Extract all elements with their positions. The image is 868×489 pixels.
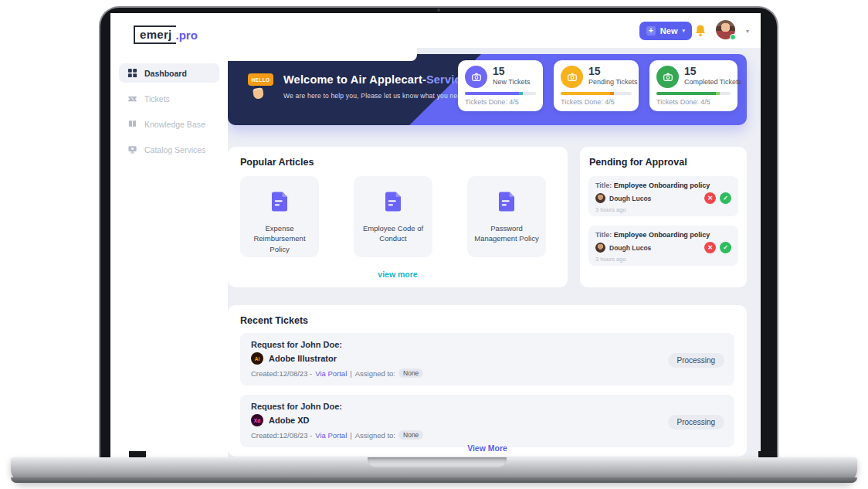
recent-tickets-panel: Recent Tickets Request for John Doe: Ai … xyxy=(228,305,747,457)
article-label: Employee Code of Conduct xyxy=(354,223,432,244)
ticket-row[interactable]: Request for John Doe: Xd Adobe XD Create… xyxy=(240,395,734,447)
logo-suffix: .pro xyxy=(176,29,198,42)
webcam-icon xyxy=(437,8,440,12)
progress-bar xyxy=(561,92,632,95)
ticket-app-name: Adobe Illustrator xyxy=(269,354,337,363)
view-more-articles-link[interactable]: view more xyxy=(228,270,568,279)
approve-button[interactable]: ✓ xyxy=(720,242,731,253)
approve-button[interactable]: ✓ xyxy=(720,192,731,204)
article-label: Password Management Policy xyxy=(467,223,546,244)
document-icon xyxy=(268,190,291,213)
laptop-base-edge xyxy=(11,477,857,483)
approval-title: Employee Onboarding policy xyxy=(614,231,710,239)
approval-timestamp: 3 hours ago xyxy=(595,206,731,213)
notification-bell-icon[interactable] xyxy=(694,24,707,37)
progress-bar xyxy=(465,92,536,95)
tickets-done-text: Tickets Done: 4/5 xyxy=(561,98,632,106)
article-card-expense-reimbursement[interactable]: Expense Reimbursement Policy xyxy=(240,176,319,257)
approval-timestamp: 3 hours ago xyxy=(595,256,731,263)
banner-title-prefix: Welcome to Air Applecart- xyxy=(283,73,426,86)
pending-approval-panel: Pending for Approval Title: Employee Onb… xyxy=(580,147,747,287)
chevron-down-icon: ▾ xyxy=(682,28,685,34)
separator: | xyxy=(350,431,351,440)
ticket-request: Request for John Doe: xyxy=(251,402,724,411)
title-label: Title: xyxy=(595,182,612,189)
view-more-tickets-link[interactable]: View More xyxy=(228,443,747,453)
stat-count: 15 xyxy=(588,66,638,77)
separator: | xyxy=(350,369,351,378)
title-label: Title: xyxy=(595,231,612,239)
sidebar-item-knowledge-base[interactable]: Knowledge Base xyxy=(119,114,219,134)
hello-hand-icon: HELLO xyxy=(248,73,277,106)
sidebar-item-label: Catalog Services xyxy=(144,145,205,155)
app-logo: emerj .pro xyxy=(134,25,198,44)
new-button[interactable]: + New ▾ xyxy=(639,22,692,40)
requester-name: Dough Lucos xyxy=(609,244,651,252)
laptop-screen: emerj .pro + New ▾ ▾ xyxy=(110,13,761,457)
assigned-label: Assigned to: xyxy=(355,431,395,440)
ticket-request: Request for John Doe: xyxy=(251,340,724,349)
laptop-mockup: emerj .pro + New ▾ ▾ xyxy=(0,0,868,489)
sidebar-item-label: Tickets xyxy=(144,94,170,104)
status-badge: Processing xyxy=(668,415,724,430)
progress-bar xyxy=(656,92,731,95)
hello-badge: HELLO xyxy=(248,73,273,86)
laptop-base xyxy=(11,457,857,483)
user-avatar[interactable] xyxy=(716,20,735,39)
tickets-done-text: Tickets Done: 4/5 xyxy=(465,98,536,106)
stat-label: New Tickets xyxy=(493,78,531,86)
tickets-done-text: Tickets Done: 4/5 xyxy=(656,98,731,106)
new-button-label: New xyxy=(660,26,678,36)
via-portal-link[interactable]: Via Portal xyxy=(315,431,347,440)
reject-button[interactable]: ✕ xyxy=(704,242,716,253)
ticket-app-name: Adobe XD xyxy=(269,416,310,425)
popular-articles-panel: Popular Articles Expense Reimbursement P… xyxy=(228,147,568,287)
online-status-dot xyxy=(730,34,736,40)
sidebar-item-tickets[interactable]: Tickets xyxy=(119,89,219,108)
via-portal-link[interactable]: Via Portal xyxy=(315,369,347,378)
stat-card-new-tickets: 15 New Tickets Tickets Done: 4/5 xyxy=(458,60,543,111)
sidebar-item-dashboard[interactable]: Dashboard xyxy=(119,63,219,83)
requester-name: Dough Lucos xyxy=(609,195,651,202)
document-icon xyxy=(495,190,518,213)
plus-icon: + xyxy=(646,26,656,36)
grid-icon xyxy=(127,68,137,78)
logo-text: emerj xyxy=(134,25,176,44)
profile-chevron-down-icon[interactable]: ▾ xyxy=(746,28,749,35)
stat-card-completed-tickets: 15 Completed Tickets Tickets Done: 4/5 xyxy=(649,60,737,111)
approval-item: Title: Employee Onboarding policy Dough … xyxy=(588,176,738,216)
stat-label: Pending Tickets xyxy=(588,78,638,86)
ticket-badge-icon xyxy=(465,66,487,88)
ticket-row[interactable]: Request for John Doe: Ai Adobe Illustrat… xyxy=(240,333,734,385)
requester-avatar xyxy=(595,193,605,203)
recent-tickets-title: Recent Tickets xyxy=(240,315,308,326)
requester-avatar xyxy=(595,243,605,253)
sidebar-item-label: Dashboard xyxy=(144,69,187,78)
app-header: emerj .pro + New ▾ ▾ xyxy=(110,13,761,48)
ticket-badge-icon xyxy=(656,66,679,88)
stat-count: 15 xyxy=(684,66,741,77)
reject-button[interactable]: ✕ xyxy=(704,192,716,204)
adobe-xd-icon: Xd xyxy=(251,414,263,426)
main-content: HELLO Welcome to Air Applecart-Services … xyxy=(228,48,761,457)
book-icon xyxy=(127,119,137,129)
ticket-created: Created:12/08/23 - xyxy=(251,431,312,440)
laptop-notch xyxy=(368,457,507,467)
sidebar-item-catalog-services[interactable]: Catalog Services xyxy=(119,140,219,159)
popular-articles-title: Popular Articles xyxy=(240,157,314,168)
ticket-badge-icon xyxy=(561,66,583,88)
stat-cards: 15 New Tickets Tickets Done: 4/5 xyxy=(458,60,737,111)
status-badge: Processing xyxy=(668,353,724,368)
article-card-employee-code[interactable]: Employee Code of Conduct xyxy=(354,176,432,257)
assignee-badge: None xyxy=(398,368,423,378)
assigned-label: Assigned to: xyxy=(355,369,395,378)
hand-icon xyxy=(253,87,264,100)
assignee-badge: None xyxy=(398,430,423,440)
article-card-password-management[interactable]: Password Management Policy xyxy=(467,176,546,257)
sidebar: Dashboard Tickets Knowledge Base xyxy=(110,48,228,457)
stat-label: Completed Tickets xyxy=(684,78,741,86)
ticket-created: Created:12/08/23 - xyxy=(251,369,312,378)
header-tab-shape xyxy=(228,48,417,61)
document-icon xyxy=(381,190,405,213)
stat-count: 15 xyxy=(493,66,531,77)
